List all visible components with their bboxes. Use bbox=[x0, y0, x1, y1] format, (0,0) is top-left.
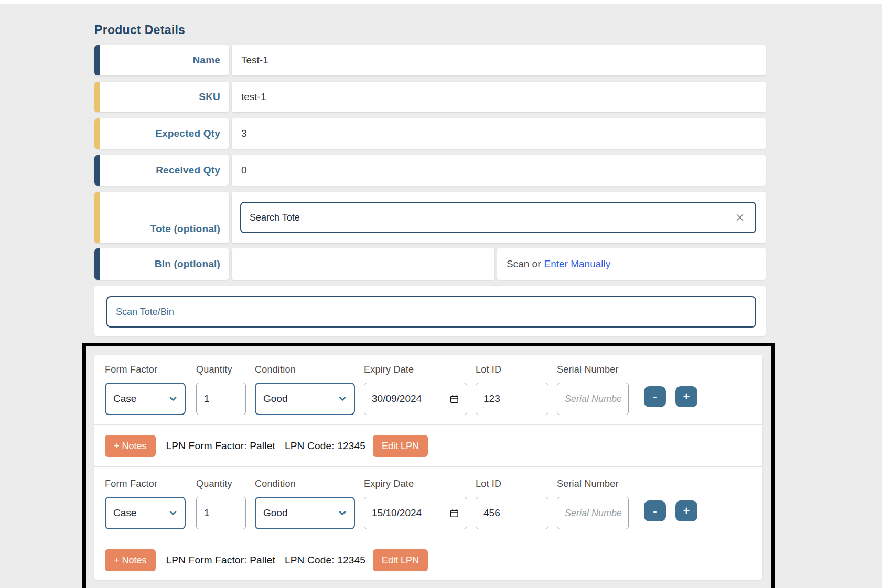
chevron-down-icon bbox=[168, 508, 178, 518]
expiry-date-input[interactable]: 15/10/2024 bbox=[364, 497, 467, 529]
sku-value-card: test-1 bbox=[232, 82, 766, 112]
product-row-name: Name Test-1 bbox=[94, 45, 766, 75]
condition-value: Good bbox=[263, 507, 287, 519]
product-row-sku: SKU test-1 bbox=[94, 82, 766, 112]
name-value-card: Test-1 bbox=[232, 45, 766, 75]
lot-id-label: Lot ID bbox=[476, 364, 548, 375]
lot-id-label: Lot ID bbox=[476, 478, 548, 489]
quantity-input[interactable] bbox=[196, 497, 246, 529]
received-qty-value-card: 0 bbox=[232, 155, 766, 186]
chevron-down-icon bbox=[337, 508, 348, 518]
quantity-label: Quantity bbox=[196, 478, 246, 489]
calendar-icon[interactable] bbox=[449, 508, 459, 518]
decrement-button[interactable]: - bbox=[644, 500, 666, 521]
form-factor-value: Case bbox=[113, 393, 136, 405]
tote-value-card bbox=[232, 192, 766, 243]
received-qty-label-card: Received Qty bbox=[94, 155, 229, 186]
lpn-code-text: LPN Code: 12345 bbox=[285, 440, 365, 452]
row-divider bbox=[94, 539, 762, 539]
serial-number-label: Serial Number bbox=[557, 364, 629, 375]
bin-scan-card: Scan or Enter Manually bbox=[497, 248, 766, 280]
expiry-date-input[interactable]: 30/09/2024 bbox=[364, 383, 467, 415]
tote-label-card: Tote (optional) bbox=[94, 192, 229, 243]
expected-qty-label: Expected Qty bbox=[155, 128, 220, 139]
lot-id-input[interactable] bbox=[476, 383, 548, 415]
lpn-highlight-box: Form Factor Case Quantity Condition bbox=[82, 343, 775, 588]
top-edge-strip bbox=[0, 0, 882, 4]
form-factor-select[interactable]: Case bbox=[105, 383, 186, 415]
enter-manually-link[interactable]: Enter Manually bbox=[544, 258, 610, 270]
clear-icon[interactable] bbox=[734, 211, 747, 224]
lpn-form-factor-text: LPN Form Factor: Pallet bbox=[166, 554, 275, 566]
condition-value: Good bbox=[263, 393, 287, 405]
tote-search-field[interactable] bbox=[240, 202, 756, 233]
scan-or-text: Scan or bbox=[507, 258, 541, 270]
quantity-label: Quantity bbox=[196, 364, 246, 375]
name-value: Test-1 bbox=[241, 55, 268, 66]
main-content: Product Details Name Test-1 SKU test-1 E… bbox=[94, 23, 766, 588]
expected-qty-value: 3 bbox=[241, 128, 247, 139]
form-factor-label: Form Factor bbox=[105, 478, 186, 489]
bin-row: Bin (optional) Scan or Enter Manually bbox=[94, 248, 766, 280]
add-notes-button[interactable]: + Notes bbox=[105, 435, 156, 457]
tote-search-input[interactable] bbox=[250, 212, 734, 223]
serial-number-label: Serial Number bbox=[557, 478, 629, 489]
calendar-icon[interactable] bbox=[449, 394, 459, 404]
sku-label-card: SKU bbox=[94, 82, 229, 112]
condition-select[interactable]: Good bbox=[255, 383, 355, 415]
expiry-date-value: 30/09/2024 bbox=[372, 393, 422, 405]
form-factor-value: Case bbox=[113, 507, 136, 519]
scan-tote-bin-card bbox=[94, 286, 766, 336]
expected-qty-value-card: 3 bbox=[232, 118, 766, 149]
lot-id-input[interactable] bbox=[476, 497, 548, 529]
condition-label: Condition bbox=[255, 364, 355, 375]
lpn-notes-row-1: + Notes LPN Form Factor: Pallet LPN Code… bbox=[105, 435, 752, 457]
form-factor-label: Form Factor bbox=[105, 364, 186, 375]
increment-button[interactable]: + bbox=[675, 386, 697, 407]
product-row-expected-qty: Expected Qty 3 bbox=[94, 118, 766, 149]
sku-value: test-1 bbox=[241, 91, 266, 103]
condition-select[interactable]: Good bbox=[255, 497, 355, 529]
row-divider bbox=[94, 466, 762, 467]
tote-row: Tote (optional) bbox=[94, 192, 766, 243]
lpn-form-factor-text: LPN Form Factor: Pallet bbox=[166, 440, 275, 452]
lpn-notes-row-2: + Notes LPN Form Factor: Pallet LPN Code… bbox=[105, 549, 752, 571]
expected-qty-label-card: Expected Qty bbox=[94, 118, 229, 149]
bin-label-card: Bin (optional) bbox=[94, 248, 229, 280]
scan-tote-bin-input[interactable] bbox=[106, 296, 756, 328]
name-label: Name bbox=[192, 55, 220, 66]
bin-value-card bbox=[232, 248, 494, 280]
bin-label: Bin (optional) bbox=[155, 258, 220, 270]
serial-number-input[interactable] bbox=[557, 497, 629, 529]
expiry-date-label: Expiry Date bbox=[364, 364, 467, 375]
name-label-card: Name bbox=[94, 45, 229, 75]
chevron-down-icon bbox=[337, 394, 348, 404]
expiry-date-value: 15/10/2024 bbox=[372, 507, 422, 519]
expiry-date-label: Expiry Date bbox=[364, 478, 467, 489]
lpn-code-text: LPN Code: 12345 bbox=[285, 554, 365, 566]
chevron-down-icon bbox=[168, 394, 178, 404]
decrement-button[interactable]: - bbox=[644, 386, 666, 407]
lpn-fields-row-1: Form Factor Case Quantity Condition bbox=[105, 364, 752, 415]
page-title: Product Details bbox=[94, 23, 766, 37]
lpn-fields-row-2: Form Factor Case Quantity Condition bbox=[105, 478, 752, 529]
lpn-panel: Form Factor Case Quantity Condition bbox=[94, 355, 762, 580]
edit-lpn-button[interactable]: Edit LPN bbox=[373, 435, 428, 457]
received-qty-value: 0 bbox=[241, 165, 247, 176]
form-factor-select[interactable]: Case bbox=[105, 497, 186, 529]
serial-number-input[interactable] bbox=[557, 383, 629, 415]
tote-label: Tote (optional) bbox=[150, 223, 220, 235]
received-qty-label: Received Qty bbox=[156, 165, 220, 176]
sku-label: SKU bbox=[199, 91, 220, 103]
product-row-received-qty: Received Qty 0 bbox=[94, 155, 766, 186]
row-divider bbox=[94, 424, 762, 425]
increment-button[interactable]: + bbox=[675, 500, 697, 521]
condition-label: Condition bbox=[255, 478, 355, 489]
quantity-input[interactable] bbox=[196, 383, 246, 415]
add-notes-button[interactable]: + Notes bbox=[105, 549, 156, 571]
edit-lpn-button[interactable]: Edit LPN bbox=[373, 549, 428, 571]
